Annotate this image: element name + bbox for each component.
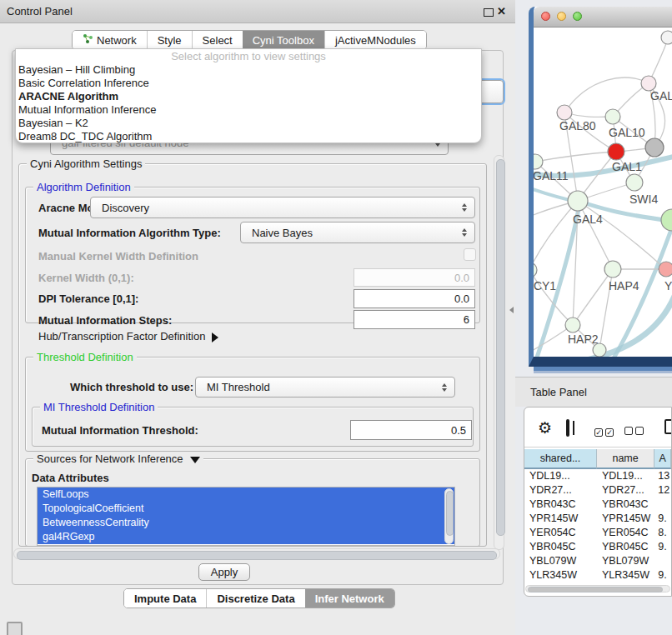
table-horizontal-scrollbar[interactable] [525, 585, 670, 592]
node-label-gal80: GAL80 [559, 119, 596, 132]
tab-style[interactable]: Style [147, 31, 192, 49]
aracne-mode-combo[interactable]: Discovery [90, 197, 475, 218]
table-row[interactable]: YPR145WYPR145W9. [524, 512, 671, 526]
tab-label: Style [158, 34, 182, 47]
tab-cyni-toolbox[interactable]: Cyni Toolbox [243, 31, 324, 49]
cell-clipped: 12 [654, 483, 671, 498]
column-header-name[interactable]: name [597, 449, 654, 469]
mi-threshold-field[interactable]: 0.5 [350, 420, 472, 440]
mi-steps-field[interactable]: 6 [354, 310, 475, 329]
close-panel-icon[interactable]: ✕ [497, 5, 506, 18]
network-edge[interactable] [534, 270, 573, 325]
table-row[interactable]: YDR27...YDR27...12 [524, 483, 671, 498]
network-node-12[interactable] [659, 262, 672, 277]
network-node-7[interactable] [626, 174, 643, 191]
close-window-icon[interactable] [541, 12, 550, 21]
table-row[interactable]: YDL19...YDL19...13 [524, 469, 671, 483]
tab-label: Select [203, 34, 233, 47]
network-edge[interactable] [535, 152, 616, 162]
kernel-width-value: 0.0 [454, 272, 469, 284]
network-node-2[interactable] [557, 105, 572, 120]
expand-right-icon [212, 332, 218, 342]
collapse-down-icon [190, 457, 200, 463]
deselect-all-rows-icon[interactable] [624, 423, 646, 438]
dpi-tolerance-value: 0.0 [454, 292, 469, 305]
settings-horizontal-scrollbar[interactable] [13, 548, 500, 559]
data-attributes-list[interactable]: SelfLoopsTopologicalCoefficientBetweenne… [37, 487, 455, 546]
network-node-13[interactable] [565, 318, 580, 332]
cell-name: YBR045C [597, 540, 654, 554]
tab-select[interactable]: Select [192, 31, 243, 49]
network-node-4[interactable] [608, 143, 624, 160]
network-edge[interactable] [573, 269, 613, 325]
algorithm-option[interactable]: Basic Correlation Inference [16, 77, 481, 90]
tab-jactivemnodules[interactable]: jActiveMNodules [324, 31, 426, 49]
sources-group-title[interactable]: Sources for Network Inference [33, 452, 203, 465]
settings-horizontal-scrollbar-thumb[interactable] [17, 551, 497, 560]
column-header-shared-name[interactable]: shared... [524, 449, 597, 469]
cell-clipped: 9. [654, 568, 671, 582]
network-svg[interactable]: GALGAL80GAL10GAL1GAL11SWI4GAL4GCY1HAP4YH… [534, 28, 672, 358]
algorithm-option[interactable]: Bayesian – K2 [16, 117, 481, 130]
cell-shared-name: YBR045C [524, 540, 597, 554]
list-scrollbar-thumb[interactable] [446, 491, 454, 536]
network-node-0[interactable] [661, 31, 672, 44]
kernel-width-field[interactable]: 0.0 [354, 268, 475, 287]
node-label-y: Y [664, 279, 672, 292]
network-node-8[interactable] [568, 191, 588, 211]
table-horizontal-scrollbar-thumb[interactable] [528, 587, 663, 592]
table-settings-gear-icon[interactable]: ⚙ [538, 420, 552, 436]
select-all-rows-icon[interactable]: ✓✓ [594, 423, 616, 438]
export-table-icon[interactable] [664, 419, 672, 434]
settings-vertical-scrollbar[interactable] [494, 155, 504, 550]
network-node-5[interactable] [645, 138, 664, 157]
maximize-window-icon[interactable] [573, 12, 582, 21]
tab-infer-network[interactable]: Infer Network [305, 589, 394, 608]
combo-stepper-icon [458, 203, 471, 212]
which-threshold-combo[interactable]: MI Threshold [195, 377, 455, 398]
toolbar-divider [524, 447, 671, 448]
column-header-clipped[interactable]: A [654, 449, 671, 469]
table-row[interactable]: YBR043CYBR043C [524, 498, 671, 512]
algorithm-option[interactable]: ARACNE Algorithm [16, 90, 481, 103]
column-visibility-icon[interactable] [566, 419, 569, 437]
tab-discretize-data[interactable]: Discretize Data [206, 589, 304, 608]
network-node-11[interactable] [604, 261, 621, 278]
apply-button[interactable]: Apply [198, 563, 250, 581]
algorithm-option[interactable]: Mutual Information Inference [16, 103, 481, 117]
list-scrollbar[interactable] [444, 488, 454, 544]
minimize-window-icon[interactable] [557, 12, 566, 21]
node-label-gal4: GAL4 [573, 212, 603, 226]
tab-impute-data[interactable]: Impute Data [124, 589, 206, 608]
node-label-hap2: HAP2 [568, 332, 599, 346]
network-node-9[interactable] [661, 209, 672, 231]
algorithm-option[interactable]: Bayesian – Hill Climbing [16, 63, 481, 77]
list-item[interactable]: BetweennessCentrality [38, 516, 454, 530]
network-node-10[interactable] [534, 262, 537, 278]
list-item[interactable]: SelfLoops [38, 488, 454, 502]
cell-name: YDL19... [597, 469, 654, 483]
network-edge[interactable] [575, 294, 672, 358]
mi-algorithm-type-combo[interactable]: Naive Bayes [240, 222, 475, 243]
list-item[interactable]: gal4RGexp [38, 530, 454, 544]
list-item[interactable]: TopologicalCoefficient [38, 502, 454, 516]
table-row[interactable]: YBR045CYBR045C9. [524, 540, 671, 554]
network-window-titlebar[interactable] [534, 7, 672, 28]
hub-definition-label: Hub/Transcription Factor Definition [38, 330, 205, 342]
manual-kernel-width-checkbox[interactable] [464, 248, 476, 261]
minimized-panel-icon[interactable] [7, 622, 23, 635]
table-row[interactable]: YER054CYER054C8. [524, 526, 671, 540]
float-window-icon[interactable] [484, 8, 494, 17]
table-row[interactable]: YBL079WYBL079W [524, 554, 671, 568]
settings-vertical-scrollbar-thumb[interactable] [496, 159, 505, 536]
apply-button-label: Apply [211, 566, 238, 578]
network-edge[interactable] [564, 78, 649, 112]
table-row[interactable]: YLR345WYLR345W9. [524, 568, 671, 582]
dpi-tolerance-field[interactable]: 0.0 [354, 289, 475, 308]
panel-splitter-arrow-icon[interactable] [509, 307, 514, 313]
tab-network[interactable]: Network [73, 31, 147, 49]
tab-label: Infer Network [315, 592, 384, 605]
network-node-3[interactable] [605, 109, 620, 124]
hub-definition-toggle[interactable]: Hub/Transcription Factor Definition [38, 330, 218, 342]
algorithm-option[interactable]: Dream8 DC_TDC Algorithm [16, 130, 481, 143]
